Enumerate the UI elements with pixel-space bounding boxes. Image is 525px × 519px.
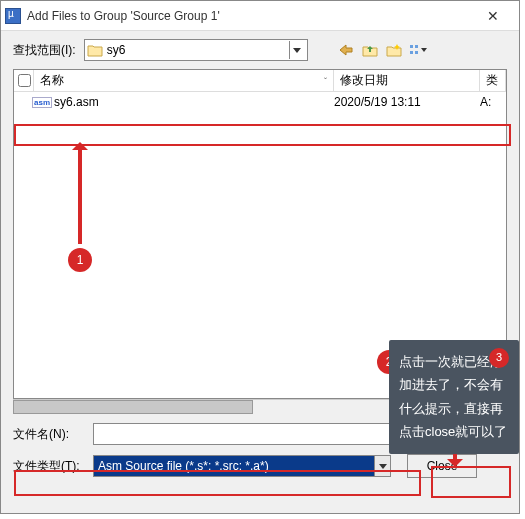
- close-button[interactable]: Close: [407, 454, 477, 478]
- chevron-down-icon[interactable]: [374, 456, 390, 476]
- svg-rect-2: [415, 45, 418, 48]
- list-header: 名称ˇ 修改日期 类: [14, 70, 506, 92]
- app-icon: [5, 8, 21, 24]
- asm-file-icon: asm: [34, 95, 50, 109]
- annotation-marker-3: 3: [489, 348, 509, 368]
- filetype-value: Asm Source file (*.s*; *.src; *.a*): [98, 459, 269, 473]
- select-all-checkbox[interactable]: [14, 70, 34, 91]
- up-folder-icon[interactable]: [360, 40, 380, 60]
- filetype-select[interactable]: Asm Source file (*.s*; *.src; *.a*): [93, 455, 391, 477]
- window-title: Add Files to Group 'Source Group 1': [27, 9, 471, 23]
- lookin-label: 查找范围(I):: [13, 42, 76, 59]
- column-name[interactable]: 名称ˇ: [34, 70, 334, 91]
- chevron-down-icon[interactable]: [289, 41, 305, 59]
- column-type[interactable]: 类: [480, 70, 506, 91]
- folder-dropdown[interactable]: sy6: [84, 39, 308, 61]
- filename-label: 文件名(N):: [13, 426, 93, 443]
- svg-rect-1: [410, 51, 413, 54]
- annotation-marker-1: 1: [68, 248, 92, 272]
- titlebar: Add Files to Group 'Source Group 1' ✕: [1, 1, 519, 31]
- annotation-tooltip-text: 点击一次就已经添加进去了，不会有什么提示，直接再点击close就可以了: [399, 354, 507, 439]
- svg-rect-0: [410, 45, 413, 48]
- file-row[interactable]: asm sy6.asm 2020/5/19 13:11 A:: [14, 92, 506, 112]
- file-date: 2020/5/19 13:11: [334, 95, 480, 109]
- file-name: sy6.asm: [54, 95, 334, 109]
- sort-indicator-icon: ˇ: [324, 76, 327, 86]
- new-folder-icon[interactable]: [384, 40, 404, 60]
- file-type: A:: [480, 95, 491, 109]
- svg-rect-3: [415, 51, 418, 54]
- folder-name: sy6: [107, 43, 289, 57]
- filetype-label: 文件类型(T):: [13, 458, 93, 475]
- view-menu-icon[interactable]: [408, 40, 428, 60]
- window-close-button[interactable]: ✕: [471, 2, 515, 30]
- scrollbar-thumb[interactable]: [13, 400, 253, 414]
- column-date[interactable]: 修改日期: [334, 70, 480, 91]
- filename-input[interactable]: [93, 423, 391, 445]
- folder-icon: [87, 43, 103, 57]
- annotation-tooltip: 3 点击一次就已经添加进去了，不会有什么提示，直接再点击close就可以了: [389, 340, 519, 454]
- back-icon[interactable]: [336, 40, 356, 60]
- toolbar: 查找范围(I): sy6: [1, 31, 519, 67]
